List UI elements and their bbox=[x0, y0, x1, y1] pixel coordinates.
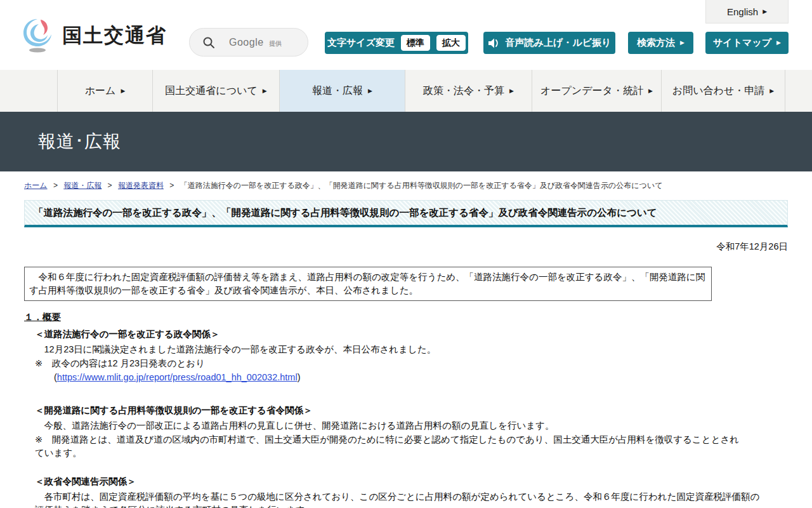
article-body: １．概要 ＜道路法施行令の一部を改正する政令関係＞ 12月23日に閣議決定されま… bbox=[24, 311, 760, 508]
text-to-speech-button[interactable]: 音声読み上げ・ルビ振り bbox=[483, 32, 615, 54]
triangle-right-icon: ▶ bbox=[763, 9, 767, 15]
nav-label: ホーム bbox=[85, 84, 116, 98]
nav-item-press[interactable]: 報道・広報 ▶ bbox=[279, 70, 405, 112]
sub1-heading: ＜道路法施行令の一部を改正する政令関係＞ bbox=[35, 328, 760, 341]
nav-item-contact[interactable]: お問い合わせ・申請 ▶ bbox=[661, 70, 785, 112]
logo-text: 国土交通省 bbox=[62, 22, 167, 49]
triangle-right-icon: ▶ bbox=[648, 88, 653, 94]
breadcrumb: ホーム > 報道・広報 > 報道発表資料 > 「道路法施行令の一部を改正する政令… bbox=[24, 180, 788, 191]
press-release-link[interactable]: https://www.mlit.go.jp/report/press/road… bbox=[57, 372, 298, 382]
speaker-icon bbox=[488, 37, 501, 49]
nav-item-home[interactable]: ホーム ▶ bbox=[57, 70, 152, 112]
search-input[interactable]: Google 提供 bbox=[189, 28, 308, 57]
breadcrumb-current: 「道路法施行令の一部を改正する政令」、「開発道路に関する占用料等徴収規則の一部を… bbox=[180, 181, 663, 190]
triangle-right-icon: ▶ bbox=[368, 88, 372, 94]
breadcrumb-separator: > bbox=[169, 181, 174, 190]
font-size-large-button[interactable]: 拡大 bbox=[436, 35, 466, 51]
section1-heading: １．概要 bbox=[24, 311, 760, 324]
mlit-logo-icon bbox=[22, 18, 55, 53]
english-button[interactable]: English ▶ bbox=[705, 0, 789, 23]
global-nav: ホーム ▶ 国土交通省について ▶ 報道・広報 ▶ 政策・法令・予算 ▶ オープ… bbox=[0, 70, 812, 112]
search-icon bbox=[202, 36, 215, 49]
search-provider-label: Google bbox=[229, 37, 264, 48]
breadcrumb-separator: > bbox=[108, 181, 112, 190]
breadcrumb-link-press-release[interactable]: 報道発表資料 bbox=[118, 181, 164, 190]
triangle-right-icon: ▶ bbox=[680, 40, 684, 46]
nav-label: 報道・広報 bbox=[312, 84, 363, 98]
sub1-body: 12月23日に閣議決定されました道路法施行令の一部を改正する政令が、本日公布され… bbox=[35, 343, 760, 356]
font-size-standard-button[interactable]: 標準 bbox=[401, 35, 430, 51]
sub2-heading: ＜開発道路に関する占用料等徴収規則の一部を改正する省令関係＞ bbox=[35, 404, 760, 417]
nav-label: 政策・法令・予算 bbox=[423, 84, 504, 98]
triangle-right-icon: ▶ bbox=[263, 88, 267, 94]
sub3-heading: ＜政省令関連告示関係＞ bbox=[35, 475, 760, 488]
triangle-right-icon: ▶ bbox=[769, 88, 774, 94]
nav-label: お問い合わせ・申請 bbox=[672, 84, 765, 98]
nav-label: オープンデータ・統計 bbox=[540, 84, 643, 98]
sitemap-button[interactable]: サイトマップ ▶ bbox=[705, 32, 789, 54]
nav-item-opendata[interactable]: オープンデータ・統計 ▶ bbox=[532, 70, 661, 112]
nav-item-about-mlit[interactable]: 国土交通省について ▶ bbox=[152, 70, 279, 112]
breadcrumb-link-press[interactable]: 報道・広報 bbox=[63, 181, 102, 190]
sub3-body: 各市町村は、固定資産税評価額の平均を基に５つの級地に区分されており、この区分ごと… bbox=[35, 490, 760, 508]
section-banner: 報道･広報 bbox=[0, 112, 812, 171]
search-method-label: 検索方法 bbox=[637, 37, 675, 49]
sub2-note: ※ 開発道路とは、道道及び道の区域内の市町村道で、国土交通大臣が開発のために特に… bbox=[35, 433, 760, 460]
sub2-body: 今般、道路法施行令の一部改正による道路占用料の見直しに併せ、開発道路における道路… bbox=[35, 419, 760, 432]
page-title: 「道路法施行令の一部を改正する政令」、「開発道路に関する占用料等徴収規則の一部を… bbox=[24, 200, 788, 227]
sub1-link-line: (https://www.mlit.go.jp/report/press/roa… bbox=[54, 371, 760, 384]
nav-item-policy[interactable]: 政策・法令・予算 ▶ bbox=[405, 70, 532, 112]
search-provided-by-label: 提供 bbox=[269, 40, 282, 47]
summary-box: 令和６年度に行われた固定資産税評価額の評価替え等を踏まえ、道路占用料の額の改定等… bbox=[24, 267, 712, 301]
breadcrumb-link-home[interactable]: ホーム bbox=[24, 181, 48, 190]
triangle-right-icon: ▶ bbox=[121, 88, 125, 94]
sitemap-label: サイトマップ bbox=[713, 37, 771, 49]
triangle-right-icon: ▶ bbox=[776, 40, 781, 46]
site-header: English ▶ 国土交通省 Google 提供 文字サイズ変更 標準 bbox=[0, 0, 812, 70]
publish-date: 令和7年12月26日 bbox=[24, 241, 788, 253]
tts-label: 音声読み上げ・ルビ振り bbox=[506, 37, 612, 49]
paren-close: ) bbox=[298, 372, 301, 382]
nav-label: 国土交通省について bbox=[165, 84, 258, 98]
breadcrumb-separator: > bbox=[53, 181, 58, 190]
banner-title: 報道･広報 bbox=[38, 130, 121, 154]
font-size-control: 文字サイズ変更 標準 拡大 bbox=[325, 32, 468, 54]
sub1-note: ※ 政令の内容は12 月23日発表のとおり bbox=[35, 357, 760, 370]
triangle-right-icon: ▶ bbox=[509, 88, 514, 94]
font-size-label: 文字サイズ変更 bbox=[327, 37, 395, 49]
search-method-button[interactable]: 検索方法 ▶ bbox=[628, 32, 693, 54]
mlit-logo[interactable]: 国土交通省 bbox=[22, 18, 167, 53]
english-label: English bbox=[727, 6, 758, 17]
